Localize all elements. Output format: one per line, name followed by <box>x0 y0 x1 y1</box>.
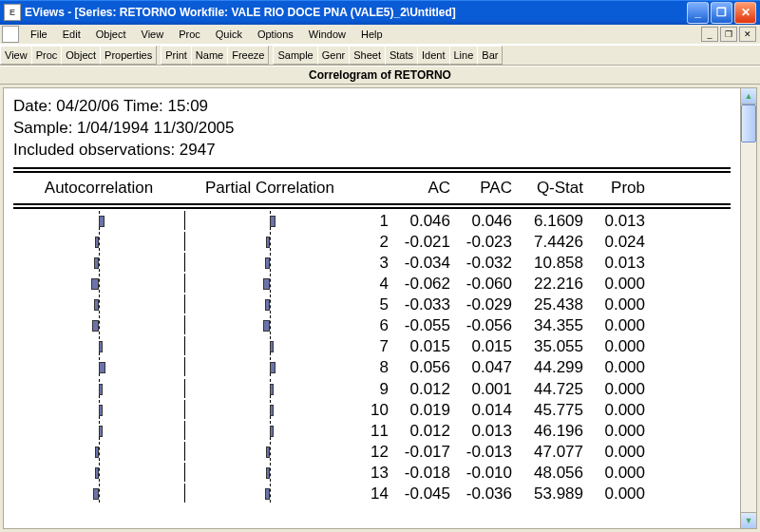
table-row: 70.0150.01535.0550.000 <box>4 336 740 357</box>
menu-bar: File Edit Object View Proc Quick Options… <box>0 25 760 45</box>
cell-ac: -0.021 <box>389 232 450 253</box>
menu-edit[interactable]: Edit <box>55 27 88 42</box>
cell-lag: 13 <box>355 463 389 484</box>
meta-sample: Sample: 1/04/1994 11/30/2005 <box>13 118 731 140</box>
menu-proc[interactable]: Proc <box>171 27 208 42</box>
vertical-scrollbar[interactable]: ▲ ▼ <box>740 87 757 529</box>
app-icon: E <box>4 4 21 21</box>
cell-lag: 6 <box>355 315 389 336</box>
cell-lag: 8 <box>355 357 389 378</box>
cell-qstat: 25.438 <box>512 294 583 315</box>
cell-pac: -0.013 <box>450 442 512 463</box>
table-row: 6-0.055-0.05634.3550.000 <box>4 315 740 336</box>
menu-help[interactable]: Help <box>353 27 390 42</box>
cell-prob: 0.000 <box>583 274 645 294</box>
hdr-ac: Autocorrelation <box>13 179 184 198</box>
cell-ac: -0.018 <box>389 463 450 484</box>
cell-pac: 0.013 <box>450 421 512 442</box>
tb-name[interactable]: Name <box>191 46 228 65</box>
cell-lag: 9 <box>355 379 389 400</box>
table-row: 90.0120.00144.7250.000 <box>4 379 740 400</box>
cell-qstat: 35.055 <box>512 336 583 357</box>
menu-quick[interactable]: Quick <box>208 27 250 42</box>
cell-prob: 0.000 <box>583 315 645 336</box>
document-icon <box>2 26 19 43</box>
cell-ac: 0.019 <box>389 400 450 421</box>
cell-qstat: 34.355 <box>512 315 583 336</box>
cell-pac: 0.014 <box>450 400 512 421</box>
cell-prob: 0.000 <box>583 463 645 484</box>
tb-bar[interactable]: Bar <box>477 46 503 65</box>
mdi-close-button[interactable]: ✕ <box>739 27 756 42</box>
tb-ident[interactable]: Ident <box>417 46 449 65</box>
cell-pac: 0.047 <box>450 357 512 378</box>
table-row: 2-0.021-0.0237.44260.024 <box>4 232 740 253</box>
scroll-down-button[interactable]: ▼ <box>741 512 756 528</box>
cell-lag: 11 <box>355 421 389 442</box>
meta-obs: Included observations: 2947 <box>13 140 731 162</box>
cell-lag: 10 <box>355 400 389 421</box>
menu-window[interactable]: Window <box>301 27 353 42</box>
table-row: 10.0460.0466.16090.013 <box>4 211 740 232</box>
cell-qstat: 53.989 <box>512 484 583 504</box>
cell-pac: -0.029 <box>450 294 512 315</box>
table-row: 4-0.062-0.06022.2160.000 <box>4 274 740 294</box>
cell-pac: -0.056 <box>450 315 512 336</box>
cell-prob: 0.013 <box>583 211 645 232</box>
tb-sheet[interactable]: Sheet <box>349 46 386 65</box>
tb-properties[interactable]: Properties <box>100 46 157 65</box>
cell-lag: 3 <box>355 253 389 274</box>
mdi-restore-button[interactable]: ❐ <box>720 27 737 42</box>
cell-qstat: 45.775 <box>512 400 583 421</box>
cell-ac: -0.062 <box>389 274 450 294</box>
tb-object[interactable]: Object <box>61 46 101 65</box>
table-row: 5-0.033-0.02925.4380.000 <box>4 294 740 315</box>
mdi-minimize-button[interactable]: _ <box>701 27 718 42</box>
cell-lag: 2 <box>355 232 389 253</box>
cell-prob: 0.000 <box>583 421 645 442</box>
table-row: 80.0560.04744.2990.000 <box>4 357 740 378</box>
menu-view[interactable]: View <box>134 27 172 42</box>
cell-prob: 0.000 <box>583 442 645 463</box>
tb-freeze[interactable]: Freeze <box>227 46 269 65</box>
cell-qstat: 47.077 <box>512 442 583 463</box>
tb-proc[interactable]: Proc <box>31 46 63 65</box>
table-header: Autocorrelation Partial Correlation AC P… <box>4 175 740 201</box>
tb-print[interactable]: Print <box>161 46 192 65</box>
content-area: Date: 04/20/06 Time: 15:09 Sample: 1/04/… <box>3 87 741 529</box>
cell-pac: 0.046 <box>450 211 512 232</box>
hdr-acv: AC <box>389 179 450 198</box>
cell-qstat: 46.196 <box>512 421 583 442</box>
scroll-thumb[interactable] <box>741 104 756 142</box>
cell-lag: 12 <box>355 442 389 463</box>
cell-pac: 0.015 <box>450 336 512 357</box>
scroll-up-button[interactable]: ▲ <box>741 88 756 104</box>
menu-object[interactable]: Object <box>88 27 134 42</box>
cell-lag: 1 <box>355 211 389 232</box>
minimize-button[interactable]: _ <box>687 2 709 24</box>
cell-pac: 0.001 <box>450 379 512 400</box>
cell-lag: 5 <box>355 294 389 315</box>
cell-pac: -0.036 <box>450 484 512 504</box>
hdr-pac: Partial Correlation <box>184 179 355 198</box>
cell-prob: 0.024 <box>583 232 645 253</box>
tb-genr[interactable]: Genr <box>317 46 350 65</box>
cell-ac: 0.012 <box>389 421 450 442</box>
menu-file[interactable]: File <box>23 27 55 42</box>
menu-options[interactable]: Options <box>250 27 301 42</box>
meta-block: Date: 04/20/06 Time: 15:09 Sample: 1/04/… <box>4 88 740 165</box>
cell-ac: -0.055 <box>389 315 450 336</box>
window-title: EViews - [Series: RETORNO Workfile: VALE… <box>25 6 456 19</box>
title-bar: E EViews - [Series: RETORNO Workfile: VA… <box>0 0 760 25</box>
cell-prob: 0.000 <box>583 357 645 378</box>
cell-qstat: 48.056 <box>512 463 583 484</box>
tb-stats[interactable]: Stats <box>385 46 418 65</box>
tb-sample[interactable]: Sample <box>273 46 317 65</box>
tb-line[interactable]: Line <box>449 46 479 65</box>
table-row: 3-0.034-0.03210.8580.013 <box>4 253 740 274</box>
close-button[interactable]: ✕ <box>734 2 756 24</box>
cell-ac: 0.012 <box>389 379 450 400</box>
view-title: Correlogram of RETORNO <box>0 66 760 85</box>
maximize-button[interactable]: ❐ <box>711 2 732 24</box>
tb-view[interactable]: View <box>0 46 32 65</box>
